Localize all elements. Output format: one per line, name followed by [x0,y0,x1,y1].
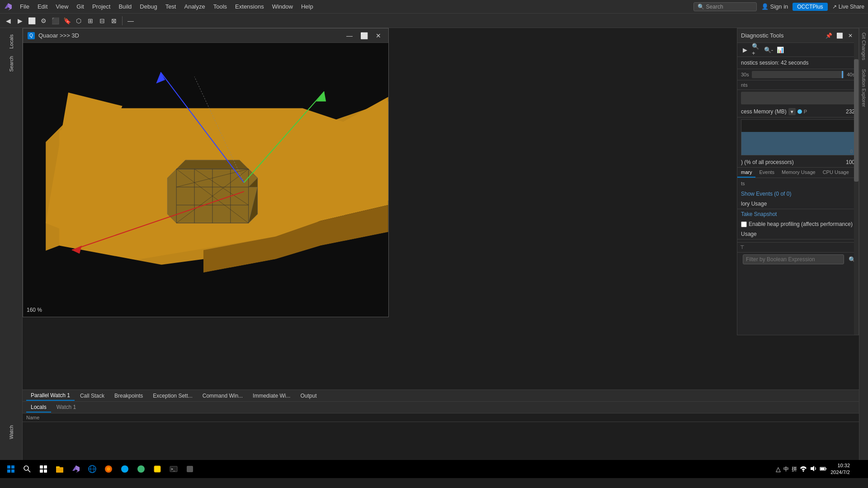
diag-pin-button[interactable]: 📌 [824,31,833,40]
locals-tab[interactable]: Locals [26,403,51,413]
3d-scene-svg [23,43,388,317]
menu-file[interactable]: File [16,2,33,11]
menu-edit[interactable]: Edit [34,2,51,11]
menu-search-box[interactable]: 🔍 Search [693,2,757,11]
viewer-minimize-button[interactable]: — [344,30,355,41]
menu-build[interactable]: Build [115,2,135,11]
menu-git[interactable]: Git [73,2,88,11]
diag-tab-events[interactable]: Events [755,168,778,178]
diag-take-snapshot[interactable]: Take Snapshot [737,209,859,219]
menu-help[interactable]: Help [297,2,317,11]
parallel-watch-tab[interactable]: Parallel Watch 1 [26,391,75,401]
live-share-button[interactable]: ↗ Live Share [832,4,864,10]
menu-tools[interactable]: Tools [210,2,231,11]
taskbar-system-icons: △ 中 拼 [776,465,827,474]
viewer-close-button[interactable]: ✕ [373,30,384,41]
immediate-window-tab[interactable]: Immediate Wi... [248,391,295,400]
taskbar-app5-button[interactable] [118,462,132,476]
taskbar-app8-button[interactable] [183,462,197,476]
clock-date: 2024/7/2 [830,469,850,476]
watch-tab-label[interactable]: Watch [7,422,16,442]
diag-tab-memory[interactable]: Memory Usage [778,168,819,178]
diag-enable-heap-checkbox[interactable] [741,221,747,227]
taskbar-clock[interactable]: 10:32 2024/7/2 [830,462,850,476]
search-tab-label[interactable]: Search [7,53,16,75]
toolbar-btn-2[interactable]: ▶ [14,15,25,26]
toolbar-btn-5[interactable]: ⬛ [50,15,61,26]
diag-tab-summary[interactable]: mary [737,168,755,178]
svg-rect-36 [44,465,47,469]
toolbar-btn-8[interactable]: ⊞ [85,15,96,26]
menu-debug[interactable]: Debug [136,2,160,11]
git-changes-tab[interactable]: Git Changes [859,28,868,65]
toolbar-btn-11[interactable]: — [125,15,136,26]
diag-tab-cpu[interactable]: CPU Usage [819,168,853,178]
taskbar-browser-button[interactable] [85,462,99,476]
bottom-pane-header: Name [23,413,859,422]
toolbar-btn-4[interactable]: ⚙ [38,15,49,26]
watch1-tab[interactable]: Watch 1 [52,403,81,413]
diag-close-button[interactable]: ✕ [846,31,855,40]
svg-rect-32 [11,469,14,473]
taskbar-terminal-button[interactable]: >_ [166,462,181,476]
toolbar-btn-1[interactable]: ◀ [3,15,14,26]
taskbar-firefox-button[interactable] [101,462,116,476]
toolbar-btn-3[interactable]: ⬜ [26,15,37,26]
command-window-tab[interactable]: Command Win... [198,391,247,400]
menu-test[interactable]: Test [162,2,180,11]
diag-chart-button[interactable]: 📊 [775,45,785,55]
diag-scrollbar[interactable] [854,28,859,335]
toolbar-btn-7[interactable]: ⬡ [73,15,84,26]
taskbar-show-desktop-button[interactable] [854,462,864,476]
breakpoints-tab[interactable]: Breakpoints [110,391,147,400]
menu-project[interactable]: Project [89,2,114,11]
toolbar-btn-6[interactable]: 🔖 [61,15,72,26]
svg-point-46 [121,465,128,473]
memory-chart-zero: 0 [850,149,853,154]
toolbar-btn-9[interactable]: ⊟ [97,15,108,26]
diag-filter-input[interactable] [743,254,844,264]
taskbar-network-icon[interactable] [800,465,807,474]
diag-start-button[interactable]: ▶ [740,45,750,55]
taskbar-search-button[interactable] [20,462,34,476]
taskbar-explorer-button[interactable] [52,462,67,476]
memory-dot [797,109,802,114]
occtplus-button[interactable]: OCCTPlus [793,3,827,11]
menu-view[interactable]: View [52,2,72,11]
exception-settings-tab[interactable]: Exception Sett... [148,391,197,400]
solution-explorer-tab[interactable]: Solution Explorer [859,65,868,112]
taskbar-start-button[interactable] [4,462,18,476]
svg-point-33 [24,466,28,470]
taskbar-app7-button[interactable] [150,462,165,476]
taskbar-volume-icon[interactable] [810,465,817,474]
toolbar-btn-10[interactable]: ⊠ [108,15,119,26]
output-tab[interactable]: Output [296,391,321,400]
menu-window[interactable]: Window [269,2,297,11]
diag-show-events[interactable]: Show Events (0 of 0) [737,189,859,199]
taskbar-ime-icon[interactable]: 中 [783,465,789,473]
menu-extensions[interactable]: Extensions [231,2,268,11]
diag-zoom-out-button[interactable]: 🔍- [764,45,774,55]
diag-filter-icon: ⊤ [740,244,745,250]
memory-filter-button[interactable]: ▼ [788,108,796,115]
taskbar-ime2-icon[interactable]: 拼 [792,465,797,473]
diag-cpu-sub-header: Usage [737,229,859,239]
call-stack-tab[interactable]: Call Stack [75,391,109,400]
diag-scrollbar-thumb[interactable] [854,59,859,182]
vs-logo[interactable] [4,2,13,11]
sign-in-button[interactable]: 👤 Sign in [761,3,788,10]
diag-zoom-in-button[interactable]: 🔍+ [752,45,762,55]
diag-memory-sub-header: lory Usage [737,199,859,209]
taskbar-battery-icon[interactable] [820,465,827,474]
taskbar-vs-button[interactable] [69,462,83,476]
taskbar-taskview-button[interactable] [36,462,51,476]
locals-tab-label[interactable]: Locals [7,32,16,52]
taskbar-app6-button[interactable] [134,462,148,476]
clock-time: 10:32 [830,462,850,469]
taskbar-chevron-icon[interactable]: △ [776,465,781,473]
memory-chart: 0 [741,119,855,155]
viewer-icon: Q [28,32,35,39]
diag-popout-button[interactable]: ⬜ [835,31,844,40]
viewer-maximize-button[interactable]: ⬜ [359,30,369,41]
menu-analyze[interactable]: Analyze [180,2,208,11]
